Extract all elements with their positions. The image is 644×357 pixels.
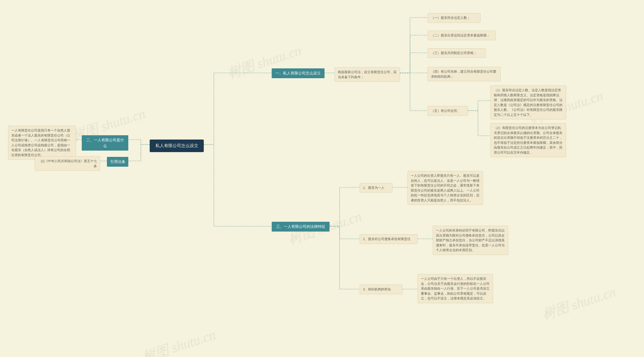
b1-item-4: （四）有公司名称，建立符合有限责任公司要求的组织机构；: [428, 67, 501, 81]
branch-1[interactable]: 一、私人有限公司怎么设立: [272, 68, 325, 78]
b1-item-2: （二）股东出资达到法定资本最低限额；: [428, 31, 496, 40]
watermark: 树图 shutu.cn: [540, 283, 618, 324]
b1-item-5b: （2）有限责任公司的注册资本为在公司登记机关登记的全体股东认缴的出资额。公司全体…: [491, 123, 566, 157]
b1-item-1: （一）股东符合法定人数；: [428, 13, 480, 23]
branch-cite[interactable]: 引用法条: [107, 157, 128, 167]
mindmap-canvas: 树图 shutu.cn 树图 shutu.cn 树图 shutu.cn 树图 s…: [0, 0, 644, 357]
branch-2[interactable]: 二、一人有限公司是什么: [82, 135, 128, 151]
connector-lines: [0, 0, 644, 357]
b3-t2: 2、股东对公司债务承担有限责任: [360, 234, 418, 244]
root-node[interactable]: 私人有限公司怎么设立: [150, 140, 204, 152]
b3-d3: 一人公司由于只有一个出资人，所以不设股东会，公司法关于由股东会行使的职权在一人公…: [418, 274, 493, 303]
b3-d2: 一人公司的本质特征同于有限公司，即股东仅以其出资额为限对公司债务承担责任，公司以…: [433, 226, 508, 255]
branch-3[interactable]: 三、一人有限公司的法律特征: [272, 222, 330, 232]
b1-item-5: （五）有公司住所。: [428, 106, 468, 116]
branch-1-intro: 根据最新公司法，设立有限责任公司，应当具备下列条件：: [335, 67, 400, 82]
b3-t3: 3、组织机构的简化: [360, 285, 403, 294]
watermark: 树图 shutu.cn: [140, 326, 218, 357]
b1-item-5a: （1）股东符合法定人数。法定人数是指法定资格和所限人数两重含义。法定资格是指国家…: [491, 85, 566, 119]
branch-2-desc: 一人有限责任公司是指只有一个自然人股东或者一个法人股东的有限责任公司（公司法第5…: [8, 126, 76, 160]
branch-cite-desc: [1]《中华人民共和国公司法》第五十七条: [35, 156, 100, 171]
b1-item-3: （三）股东共同制定公司章程；: [428, 48, 486, 58]
b3-t1: 1、股东为一人: [360, 183, 392, 193]
b3-d1: 一人公司的出资人即股东只有一人。股东可以是自然人，也可以是法人。这是一人公司与一…: [408, 171, 483, 205]
